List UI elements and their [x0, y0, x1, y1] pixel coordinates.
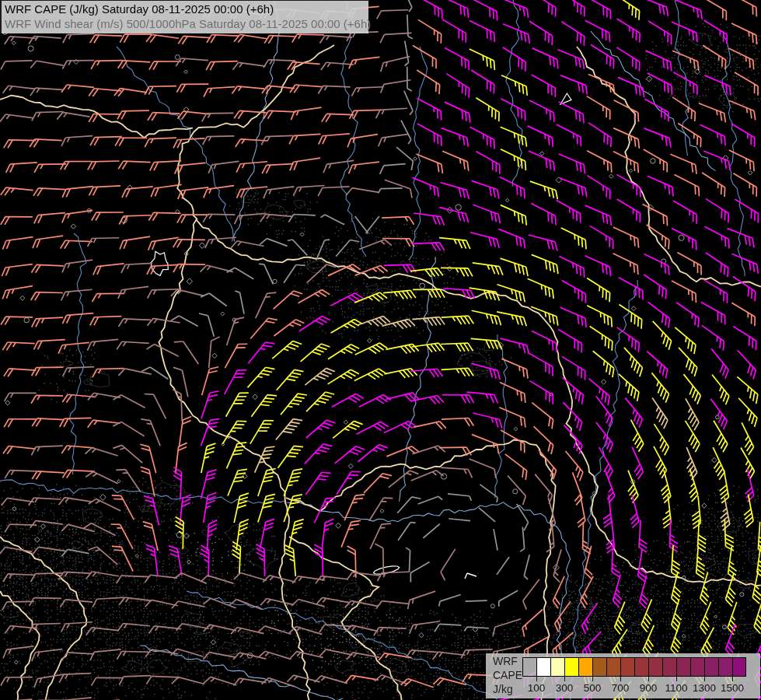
- legend-label-wrf: WRF: [493, 654, 522, 668]
- legend-swatch: [634, 657, 648, 677]
- legend-swatch: [718, 657, 732, 677]
- legend-swatch: [676, 657, 690, 677]
- legend-tick-label: 500: [584, 682, 602, 694]
- legend-tick-label: 1500: [721, 682, 744, 694]
- legend-tick: [704, 677, 705, 681]
- legend-swatch: [550, 657, 564, 677]
- legend-swatch: [662, 657, 676, 677]
- weather-map-stage: WRF CAPE (J/kg) Saturday 08-11-2025 00:0…: [0, 0, 761, 700]
- legend-tick-label: 300: [556, 682, 574, 694]
- legend-swatch: [704, 657, 718, 677]
- legend-swatch: [564, 657, 578, 677]
- legend-swatch: [690, 657, 704, 677]
- legend-swatch: [522, 657, 536, 677]
- legend-unit-labels: WRF CAPE J/kg: [493, 654, 522, 696]
- legend-color-strip: [522, 657, 746, 677]
- legend-tick: [676, 677, 677, 681]
- legend-swatch: [536, 657, 550, 677]
- legend-tick: [592, 677, 593, 681]
- legend-swatch: [732, 657, 746, 677]
- legend-tick: [648, 677, 649, 681]
- legend-tick-label: 1100: [665, 682, 687, 694]
- legend-tick: [536, 677, 537, 681]
- legend-swatch: [592, 657, 606, 677]
- legend-tick-label: 100: [528, 682, 546, 694]
- legend-swatch: [620, 657, 634, 677]
- legend-tick-label: 900: [640, 682, 658, 694]
- map-title-box: WRF CAPE (J/kg) Saturday 08-11-2025 00:0…: [0, 0, 368, 33]
- legend-swatch: [648, 657, 662, 677]
- legend-tick: [620, 677, 621, 681]
- title-windshear: WRF Wind shear (m/s) 500/1000hPa Saturda…: [5, 16, 364, 31]
- legend-swatch: [606, 657, 620, 677]
- legend-tick-area: 100300500700900110013001500: [522, 677, 748, 697]
- title-cape: WRF CAPE (J/kg) Saturday 08-11-2025 00:0…: [5, 2, 364, 16]
- legend-swatch: [578, 657, 592, 677]
- weather-map-canvas: [0, 0, 761, 700]
- legend-label-jkg: J/kg: [493, 682, 522, 696]
- legend-tick-label: 1300: [693, 682, 716, 694]
- legend-label-cape: CAPE: [493, 668, 522, 682]
- legend-tick-label: 700: [612, 682, 630, 694]
- legend-tick: [732, 677, 733, 681]
- cape-legend: WRF CAPE J/kg 10030050070090011001300150…: [486, 653, 760, 698]
- legend-tick: [564, 677, 565, 681]
